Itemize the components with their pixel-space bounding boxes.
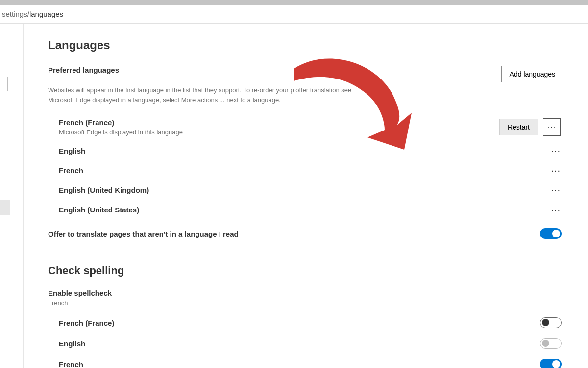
url-prefix: settings/ (2, 10, 29, 18)
language-name: French (59, 166, 83, 175)
language-name: English (United States) (59, 206, 139, 214)
more-actions-button[interactable]: ··· (551, 165, 561, 175)
language-row: English (United Kingdom) ··· (48, 180, 564, 200)
language-row: English ··· (48, 141, 564, 160)
preferred-languages-description: Websites will appear in the first langua… (48, 85, 391, 105)
settings-main: Languages Preferred languages Add langua… (24, 24, 588, 368)
language-row: French (France) Microsoft Edge is displa… (48, 113, 564, 141)
preferred-languages-heading: Preferred languages (48, 66, 119, 74)
spellcheck-toggle[interactable] (540, 338, 562, 349)
spellcheck-toggle[interactable] (540, 317, 562, 328)
spellcheck-row: English (48, 333, 564, 354)
more-actions-button[interactable]: ··· (551, 205, 561, 214)
check-spelling-heading: Check spelling (48, 264, 564, 277)
restart-button[interactable]: Restart (499, 119, 538, 135)
sidebar-selection-marker (0, 200, 10, 215)
spellcheck-language-name: English (59, 340, 85, 348)
spellcheck-toggle[interactable] (540, 359, 562, 368)
spellcheck-language-name: French (59, 360, 83, 368)
enable-spellcheck-label: Enable spellcheck (48, 289, 564, 297)
settings-sidebar (0, 24, 24, 368)
window-titlebar (0, 0, 588, 5)
sidebar-fragment (0, 77, 8, 91)
spellcheck-row: French (France) (48, 313, 564, 333)
more-actions-button[interactable]: ··· (543, 118, 561, 136)
address-bar[interactable]: settings/languages (0, 5, 588, 24)
spellcheck-language-name: French (France) (59, 319, 114, 327)
language-name: English (United Kingdom) (59, 186, 149, 194)
language-subtext: Microsoft Edge is displayed in this lang… (59, 129, 183, 136)
language-name: English (59, 147, 85, 155)
enable-spellcheck-sublabel: French (48, 299, 564, 307)
url-path: languages (29, 10, 63, 18)
more-actions-button[interactable]: ··· (551, 185, 561, 195)
add-languages-button[interactable]: Add languages (501, 66, 564, 82)
translate-toggle[interactable] (540, 228, 562, 239)
spellcheck-row: French (48, 354, 564, 368)
language-name: French (France) (59, 118, 183, 127)
translate-toggle-label: Offer to translate pages that aren't in … (48, 230, 239, 238)
page-title: Languages (48, 38, 564, 52)
language-row: French ··· (48, 160, 564, 180)
more-actions-button[interactable]: ··· (551, 146, 561, 156)
language-row: English (United States) ··· (48, 200, 564, 219)
more-icon: ··· (548, 123, 556, 131)
